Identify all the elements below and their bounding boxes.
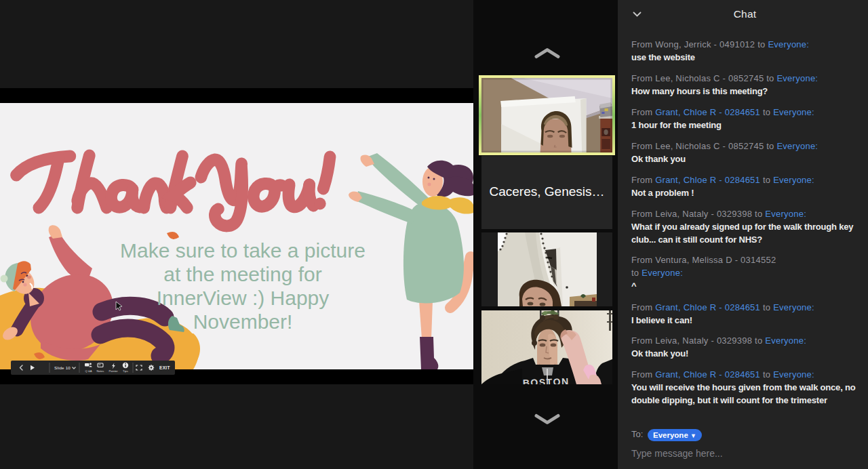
svg-text:EXIT: EXIT bbox=[159, 365, 170, 370]
svg-text:Notes: Notes bbox=[97, 369, 104, 373]
svg-text:Pointer: Pointer bbox=[109, 369, 119, 373]
svg-text:Q &A: Q &A bbox=[85, 369, 92, 373]
svg-text:Slide 10: Slide 10 bbox=[54, 365, 71, 370]
svg-text:BОSTОN: BОSTОN bbox=[523, 376, 570, 384]
svg-text:Tips: Tips bbox=[123, 369, 128, 373]
